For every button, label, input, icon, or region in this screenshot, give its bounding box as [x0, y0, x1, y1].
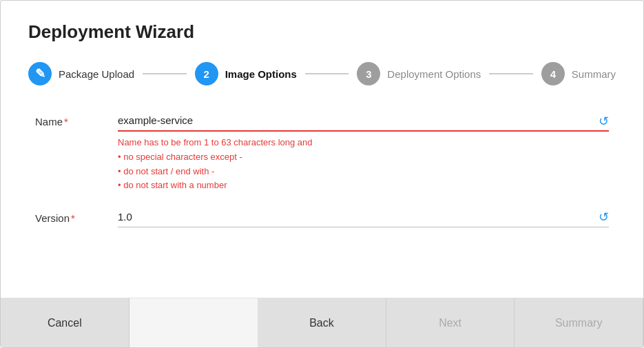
stepper: ✎ Package Upload 2 Image Options 3 Deplo…: [28, 62, 616, 85]
step2-circle: 2: [195, 62, 218, 85]
step-image-options: 2 Image Options: [195, 62, 297, 85]
step3-label: Deployment Options: [387, 68, 481, 80]
version-input-row: ↺: [118, 207, 609, 227]
step1-circle: ✎: [28, 62, 52, 85]
form-section: Name* ↺ Name has to be from 1 to 63 char…: [28, 110, 616, 227]
back-button[interactable]: Back: [258, 298, 386, 347]
error-line-1: Name has to be from 1 to 63 characters l…: [118, 137, 313, 147]
name-label: Name*: [35, 110, 118, 127]
step-package-upload: ✎ Package Upload: [28, 62, 134, 85]
version-reset-icon[interactable]: ↺: [599, 209, 609, 225]
step3-circle: 3: [357, 62, 380, 85]
wizard-footer: Cancel Back Next Summary: [1, 298, 643, 347]
version-input[interactable]: [118, 207, 609, 227]
step-deployment-options: 3 Deployment Options: [357, 62, 481, 85]
name-required-star: *: [64, 116, 68, 127]
step4-circle: 4: [541, 62, 565, 85]
connector-1-2: [143, 73, 187, 74]
error-line-2: • no special characters except -: [118, 152, 242, 162]
version-label: Version*: [35, 207, 118, 224]
version-required-star: *: [71, 212, 75, 224]
name-input-wrap: ↺ Name has to be from 1 to 63 characters…: [118, 110, 609, 193]
name-input[interactable]: [118, 110, 609, 132]
name-error-messages: Name has to be from 1 to 63 characters l…: [118, 136, 609, 193]
step2-label: Image Options: [225, 68, 297, 80]
next-button[interactable]: Next: [386, 298, 515, 347]
name-reset-icon[interactable]: ↺: [599, 114, 609, 129]
connector-2-3: [305, 73, 349, 74]
version-form-group: Version* ↺: [35, 207, 609, 227]
deployment-wizard-window: Deployment Wizard ✎ Package Upload 2 Ima…: [0, 0, 644, 348]
error-line-4: • do not start with a number: [118, 180, 227, 190]
page-title: Deployment Wizard: [28, 21, 616, 43]
version-input-wrap: ↺: [118, 207, 609, 227]
step4-label: Summary: [572, 68, 616, 80]
step1-label: Package Upload: [59, 68, 134, 80]
step-summary: 4 Summary: [541, 62, 616, 85]
connector-3-4: [489, 73, 533, 74]
summary-button[interactable]: Summary: [515, 298, 643, 347]
name-form-group: Name* ↺ Name has to be from 1 to 63 char…: [35, 110, 609, 193]
cancel-button[interactable]: Cancel: [1, 298, 129, 347]
name-input-row: ↺: [118, 110, 609, 132]
error-line-3: • do not start / end with -: [118, 166, 214, 176]
main-content: Deployment Wizard ✎ Package Upload 2 Ima…: [1, 1, 643, 298]
